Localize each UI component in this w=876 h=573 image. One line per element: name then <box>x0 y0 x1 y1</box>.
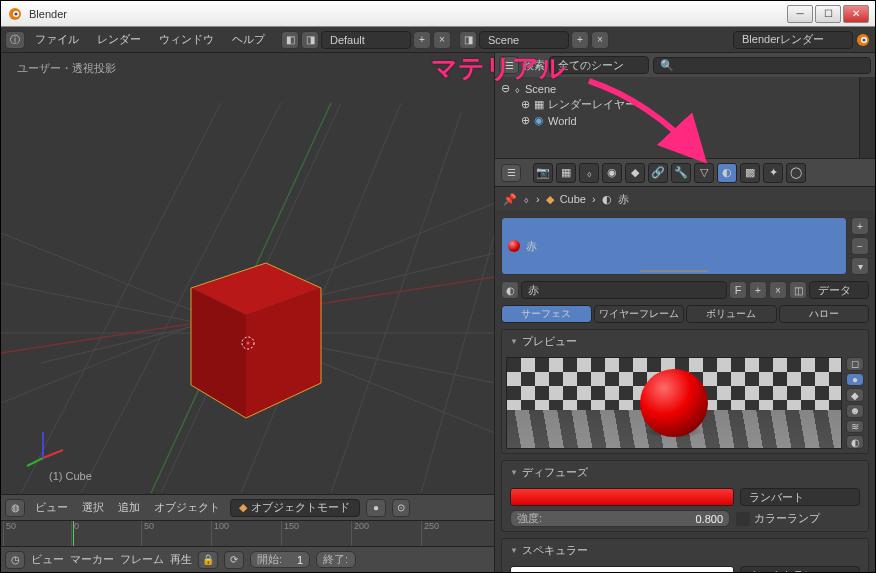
shading-solid-icon[interactable]: ● <box>366 499 386 517</box>
cube-icon: ◆ <box>239 501 247 514</box>
material-new-button[interactable]: + <box>749 281 767 299</box>
preview-flat-button[interactable]: ◻ <box>846 357 864 371</box>
tab-physics[interactable]: ◯ <box>786 163 806 183</box>
tab-texture[interactable]: ▩ <box>740 163 760 183</box>
preview-monkey-button[interactable]: ☻ <box>846 404 864 418</box>
render-engine-dropdown[interactable]: Blenderレンダー <box>733 31 853 49</box>
editor-type-timeline-icon[interactable]: ◷ <box>5 551 25 569</box>
material-type-tabs: サーフェス ワイヤーフレーム ボリューム ハロー <box>501 305 869 323</box>
menu-add[interactable]: 追加 <box>114 500 144 515</box>
tab-renderlayers[interactable]: ▦ <box>556 163 576 183</box>
menu-file[interactable]: ファイル <box>27 32 87 47</box>
preview-panel-header[interactable]: プレビュー <box>502 330 868 353</box>
tl-menu-view[interactable]: ビュー <box>31 552 64 567</box>
menu-select[interactable]: 選択 <box>78 500 108 515</box>
disclosure-icon: ⊕ <box>521 114 530 127</box>
tl-menu-frame[interactable]: フレーム <box>120 552 164 567</box>
search-icon: 🔍 <box>660 59 674 72</box>
specular-color-swatch[interactable] <box>510 566 734 572</box>
tab-wire[interactable]: ワイヤーフレーム <box>594 305 685 323</box>
specular-shader-dropdown[interactable]: クックトランス <box>740 566 860 572</box>
end-frame-field[interactable]: 終了: <box>316 551 356 568</box>
annotation-arrow <box>579 71 719 171</box>
menu-object[interactable]: オブジェクト <box>150 500 224 515</box>
material-link-dropdown[interactable]: データ <box>809 281 869 299</box>
layout-add-button[interactable]: + <box>413 31 431 49</box>
scene-remove-button[interactable]: × <box>591 31 609 49</box>
pin-icon[interactable]: 📌 <box>503 193 517 206</box>
layout-remove-button[interactable]: × <box>433 31 451 49</box>
mode-dropdown[interactable]: ◆ オブジェクトモード <box>230 499 360 517</box>
timeline-ruler[interactable]: 50 0 50 100 150 200 250 <box>1 520 494 546</box>
material-browse-button[interactable]: ◐ <box>501 281 519 299</box>
sync-icon[interactable]: ⟳ <box>224 551 244 569</box>
scene-browse-button[interactable]: ◨ <box>459 31 477 49</box>
color-ramp-checkbox[interactable] <box>736 512 750 526</box>
pivot-dropdown[interactable]: ⊙ <box>392 499 410 517</box>
menu-help[interactable]: ヘルプ <box>224 32 273 47</box>
menu-window[interactable]: ウィンドウ <box>151 32 222 47</box>
lock-icon[interactable]: 🔒 <box>198 551 218 569</box>
svg-line-25 <box>43 450 63 458</box>
diffuse-intensity-field[interactable]: 強度:0.800 <box>510 510 730 527</box>
material-slot-menu-button[interactable]: ▾ <box>851 257 869 275</box>
tab-particles[interactable]: ✦ <box>763 163 783 183</box>
svg-point-2 <box>14 12 17 15</box>
viewport-projection-label: ユーザー・透視投影 <box>17 61 116 76</box>
editor-type-3dview-icon[interactable]: ◍ <box>5 499 25 517</box>
material-slot-remove-button[interactable]: − <box>851 237 869 255</box>
tab-render[interactable]: 📷 <box>533 163 553 183</box>
info-header: ⓘ ファイル レンダー ウィンドウ ヘルプ ◧ ◨ Default + × ◨ … <box>1 27 875 53</box>
svg-line-26 <box>27 458 43 466</box>
tab-surface[interactable]: サーフェス <box>501 305 592 323</box>
fake-user-button[interactable]: F <box>729 281 747 299</box>
svg-line-16 <box>421 233 494 493</box>
preview-sky-button[interactable]: ◐ <box>846 435 864 449</box>
svg-point-24 <box>247 342 250 345</box>
tab-material[interactable]: ◐ <box>717 163 737 183</box>
tab-halo[interactable]: ハロー <box>779 305 870 323</box>
nodes-button[interactable]: ◫ <box>789 281 807 299</box>
preview-cube-button[interactable]: ◆ <box>846 388 864 402</box>
diffuse-shader-dropdown[interactable]: ランバート <box>740 488 860 506</box>
preview-sphere-button[interactable]: ● <box>846 373 864 387</box>
material-name-input[interactable]: 赤 <box>521 281 727 299</box>
editor-type-properties-icon[interactable]: ☰ <box>501 164 521 182</box>
minimize-button[interactable]: ─ <box>787 5 813 23</box>
outliner-scrollbar[interactable] <box>859 77 875 158</box>
menu-view[interactable]: ビュー <box>31 500 72 515</box>
scene-add-button[interactable]: + <box>571 31 589 49</box>
3dview-header: ◍ ビュー 選択 追加 オブジェクト ◆ オブジェクトモード ● ⊙ <box>1 494 494 520</box>
material-slot-add-button[interactable]: + <box>851 217 869 235</box>
specular-panel-header[interactable]: スペキュラー <box>502 539 868 562</box>
material-icon: ◐ <box>602 193 612 206</box>
layout-dropdown[interactable]: Default <box>321 31 411 49</box>
close-button[interactable]: ✕ <box>843 5 869 23</box>
diffuse-panel: ディフューズ ランバート 強度:0.800 カラーランプ <box>501 460 869 532</box>
menu-render[interactable]: レンダー <box>89 32 149 47</box>
axis-gizmo <box>21 426 65 470</box>
scene-icon: ⬨ <box>523 193 530 205</box>
preview-hair-button[interactable]: ≋ <box>846 420 864 434</box>
preview-panel: プレビュー ◻ ● ◆ ☻ <box>501 329 869 454</box>
window-title: Blender <box>29 8 787 20</box>
maximize-button[interactable]: ☐ <box>815 5 841 23</box>
cube-icon: ◆ <box>546 193 554 206</box>
tl-menu-playback[interactable]: 再生 <box>170 552 192 567</box>
tl-menu-marker[interactable]: マーカー <box>70 552 114 567</box>
properties-breadcrumb: 📌 ⬨› ◆Cube› ◐赤 <box>495 187 875 211</box>
window-titlebar: Blender ─ ☐ ✕ <box>1 1 875 27</box>
timeline-cursor[interactable] <box>73 521 74 546</box>
tab-volume[interactable]: ボリューム <box>686 305 777 323</box>
cube-object[interactable] <box>166 233 336 433</box>
editor-type-icon[interactable]: ⓘ <box>5 31 25 49</box>
3d-viewport[interactable]: ユーザー・透視投影 (1) Cube <box>1 53 494 494</box>
material-slot[interactable]: 赤 <box>501 217 847 275</box>
scene-dropdown[interactable]: Scene <box>479 31 569 49</box>
diffuse-panel-header[interactable]: ディフューズ <box>502 461 868 484</box>
start-frame-field[interactable]: 開始:1 <box>250 551 310 568</box>
diffuse-color-swatch[interactable] <box>510 488 734 506</box>
material-unlink-button[interactable]: × <box>769 281 787 299</box>
layout-next-button[interactable]: ◨ <box>301 31 319 49</box>
layout-prev-button[interactable]: ◧ <box>281 31 299 49</box>
